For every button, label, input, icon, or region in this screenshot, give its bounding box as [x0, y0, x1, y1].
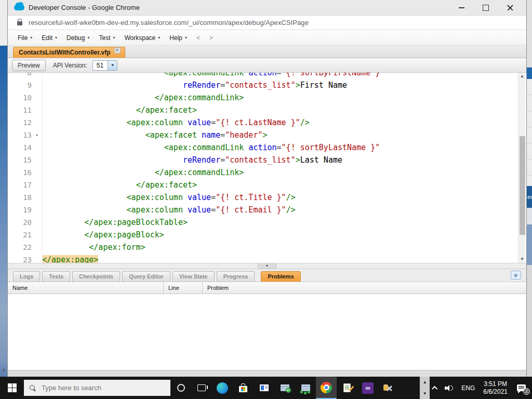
menu-help[interactable]: Help▾ — [165, 32, 192, 44]
panel-tab-tests[interactable]: Tests — [42, 271, 70, 282]
tab-close-icon[interactable]: x — [114, 47, 121, 54]
menu-file[interactable]: File▾ — [13, 32, 37, 44]
cortana-icon — [177, 384, 185, 392]
taskbar-app-store[interactable] — [233, 377, 254, 399]
code-line-11[interactable]: 11 </apex:facet> — [8, 104, 518, 116]
taskbar-app-edge[interactable] — [212, 377, 233, 399]
panel-tab-logs[interactable]: Logs — [13, 271, 40, 282]
cortana-button[interactable] — [170, 377, 191, 399]
search-input[interactable] — [42, 384, 156, 392]
line-number: 17 — [8, 179, 32, 191]
code-line-8[interactable]: 8 <apex:commandLink action="{! sortByFir… — [8, 73, 518, 79]
fold-arrow-icon[interactable]: ▾ — [32, 129, 42, 141]
problems-table-header: Name Line Problem — [8, 282, 526, 294]
date-text: 6/6/2021 — [483, 388, 508, 396]
line-number: 18 — [8, 191, 32, 204]
taskbar-app-visual-studio[interactable]: ∞ — [357, 377, 378, 399]
minimize-button[interactable] — [458, 4, 465, 11]
scroll-down-icon[interactable]: ▼ — [518, 256, 526, 263]
fold-gutter — [32, 154, 42, 166]
code-line-12[interactable]: 12 <apex:column value="{! ct.LastName }"… — [8, 116, 518, 129]
menu-debug[interactable]: Debug▾ — [62, 32, 94, 44]
preview-button[interactable]: Preview — [12, 60, 46, 71]
menu-test[interactable]: Test▾ — [94, 32, 119, 44]
code-line-17[interactable]: 17 </apex:facet> — [8, 179, 518, 191]
taskbar-scroll-buttons[interactable]: ▲ ▼ — [420, 377, 430, 399]
code-line-13[interactable]: 13▾ <apex:facet name="header"> — [8, 129, 518, 141]
taskbar-app-notes[interactable] — [337, 377, 357, 399]
splitter-collapse-handle[interactable]: ▼ — [258, 263, 276, 269]
taskbar-search-box[interactable] — [24, 380, 170, 396]
panel-collapse-button[interactable]: » — [511, 271, 521, 280]
line-number: 22 — [8, 241, 32, 254]
panel-tab-view-state[interactable]: View State — [172, 271, 215, 282]
maximize-button[interactable] — [482, 4, 489, 11]
volume-button[interactable] — [441, 377, 458, 399]
panel-tab-problems[interactable]: Problems — [261, 271, 300, 282]
code-line-15[interactable]: 15 reRender="contacts_list">Last Name — [8, 154, 518, 166]
bottom-panel-tabs: LogsTestsCheckpointsQuery EditorView Sta… — [8, 269, 526, 282]
code-line-9[interactable]: 9 reRender="contacts_list">First Name — [8, 79, 518, 91]
code-line-19[interactable]: 19 <apex:column value="{! ct.Email }"/> — [8, 204, 518, 216]
fold-gutter — [32, 104, 42, 116]
code-editor[interactable]: 8 <apex:commandLink action="{! sortByFir… — [8, 73, 526, 263]
code-line-16[interactable]: 16 </apex:commandLink> — [8, 166, 518, 179]
panel-tab-checkpoints[interactable]: Checkpoints — [72, 271, 120, 282]
clock[interactable]: 3:51 PM 6/6/2021 — [478, 377, 512, 399]
code-lines[interactable]: 8 <apex:commandLink action="{! sortByFir… — [8, 73, 518, 263]
scroll-up-icon[interactable]: ▲ — [423, 380, 427, 384]
taskbar-app-sql-diagram[interactable] — [295, 377, 316, 399]
taskbar-app-data-tools[interactable] — [378, 377, 399, 399]
background-fragment — [527, 79, 532, 186]
start-button[interactable] — [0, 377, 24, 399]
code-line-10[interactable]: 10 </apex:commandLink> — [8, 91, 518, 104]
code-text: </apex:pageBlock> — [42, 229, 518, 241]
chrome-icon — [321, 382, 332, 393]
api-version-select[interactable]: 51 ▼ — [92, 60, 117, 71]
panel-tab-progress[interactable]: Progress — [217, 271, 255, 282]
editor-tab-contactslistwithcontroller[interactable]: ContactsListWithController.vfp x — [13, 47, 125, 58]
url-bar: resourceful-wolf-wke0bm-dev-ed.my.salesf… — [8, 16, 526, 30]
close-button[interactable] — [507, 4, 514, 11]
taskbar-app-sql-run[interactable] — [274, 377, 295, 399]
double-chevron-down-icon: » — [513, 273, 518, 277]
taskbar-app-window[interactable] — [254, 377, 274, 399]
code-text: </apex:pageBlockTable> — [42, 216, 518, 229]
code-line-23[interactable]: 23</apex:page> — [8, 254, 518, 263]
code-text: <apex:commandLink action="{! sortByFirst… — [42, 73, 518, 79]
nav-back-button[interactable]: < — [192, 32, 205, 44]
scrollbar-thumb[interactable] — [520, 136, 525, 235]
code-line-21[interactable]: 21 </apex:pageBlock> — [8, 229, 518, 241]
fold-gutter — [32, 254, 42, 263]
code-line-18[interactable]: 18 <apex:column value="{! ct.Title }"/> — [8, 191, 518, 204]
background-fragment — [527, 265, 532, 377]
code-line-14[interactable]: 14 <apex:commandLink action="{! sortByLa… — [8, 141, 518, 154]
panel-tab-query-editor[interactable]: Query Editor — [122, 271, 170, 282]
hidden-icons-button[interactable] — [430, 377, 441, 399]
window-title: Developer Console - Google Chrome — [29, 4, 140, 11]
panel-splitter[interactable]: ▼ — [8, 263, 526, 269]
column-header-name[interactable]: Name — [8, 282, 164, 294]
menu-edit[interactable]: Edit▾ — [37, 32, 62, 44]
column-header-problem[interactable]: Problem — [203, 282, 526, 294]
fold-gutter — [32, 73, 42, 79]
line-number: 14 — [8, 141, 32, 154]
column-header-line[interactable]: Line — [164, 282, 203, 294]
task-view-button[interactable] — [191, 377, 212, 399]
chevron-down-icon[interactable]: ▼ — [108, 61, 117, 70]
scroll-up-icon[interactable]: ▲ — [518, 73, 526, 80]
windows-logo-icon — [8, 383, 17, 392]
taskbar-app-chrome-active[interactable] — [316, 377, 337, 399]
lock-icon[interactable] — [17, 21, 22, 25]
code-text: </apex:commandLink> — [42, 91, 518, 104]
code-line-20[interactable]: 20 </apex:pageBlockTable> — [8, 216, 518, 229]
language-indicator[interactable]: ENG — [458, 377, 478, 399]
notification-center-button[interactable]: 2 — [512, 377, 532, 399]
background-fragment — [527, 224, 532, 265]
editor-scrollbar[interactable]: ▲ ▼ — [518, 73, 525, 263]
scroll-down-icon[interactable]: ▼ — [423, 391, 427, 396]
code-line-22[interactable]: 22 </apex:form> — [8, 241, 518, 254]
menu-workspace[interactable]: Workspace▾ — [119, 32, 165, 44]
nav-forward-button[interactable]: > — [205, 32, 218, 44]
window-titlebar[interactable]: Developer Console - Google Chrome — [8, 0, 526, 16]
